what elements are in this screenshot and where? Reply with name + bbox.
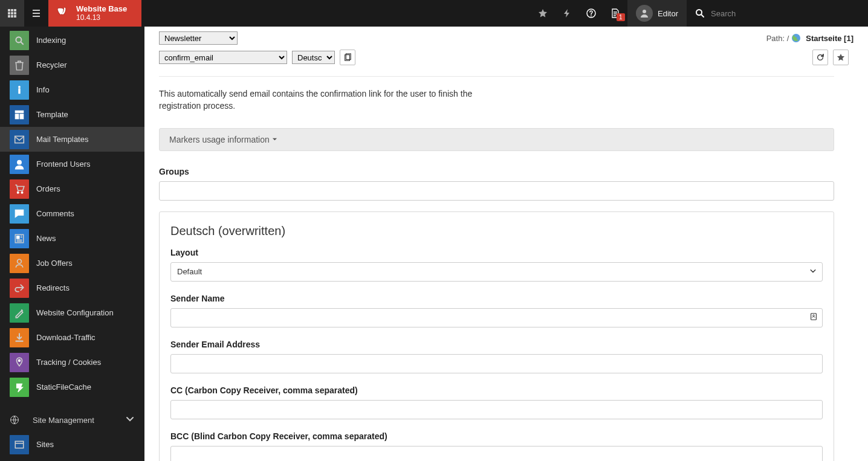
sidebar-item-label: Orders [36, 184, 60, 193]
download-icon [10, 328, 29, 347]
sidebar-item-label: Template [36, 110, 68, 119]
user-menu[interactable]: Editor [627, 0, 687, 27]
caret-down-icon [272, 137, 277, 142]
chat-icon [10, 204, 29, 224]
cart-icon [10, 179, 29, 199]
sidebar-item-staticfilecache[interactable]: StaticFileCache [0, 375, 144, 399]
sidebar-item-template[interactable]: Template [0, 102, 144, 127]
brand-version: 10.4.13 [76, 14, 127, 22]
news-icon [10, 229, 29, 248]
panel-title: Deutsch (overwritten) [170, 224, 823, 238]
sidebar-item-tracking-cookies[interactable]: Tracking / Cookies [0, 350, 144, 375]
globe-icon [791, 33, 801, 43]
pin-icon [10, 353, 29, 372]
sidebar-item-label: News [36, 234, 56, 243]
sidebar-item-label: Job Offers [36, 259, 73, 268]
help-button[interactable] [579, 0, 603, 27]
sidebar-item-website-configuration[interactable]: Website Configuration [0, 300, 144, 325]
sender-email-label: Sender Email Address [170, 340, 823, 349]
breadcrumb: Path: / Startseite [1] [766, 33, 853, 43]
sidebar-item-label: Mail Templates [36, 135, 88, 144]
cc-label: CC (Carbon Copy Receiver, comma separate… [170, 385, 823, 395]
sidebar-item-label: Sites [36, 440, 54, 449]
sidebar-item-label: StaticFileCache [36, 382, 91, 392]
groups-label: Groups [159, 167, 834, 176]
search-icon [695, 8, 705, 18]
chevron-down-icon [125, 414, 135, 426]
sidebar-item-download-traffic[interactable]: Download-Traffic [0, 325, 144, 350]
sidebar-item-label: Download-Traffic [36, 333, 96, 342]
notification-badge: 1 [617, 13, 625, 21]
config-icon [10, 303, 29, 323]
redirect-icon [10, 279, 29, 298]
open-docs-button[interactable]: 1 [603, 0, 627, 27]
bookmarks-button[interactable] [531, 0, 555, 27]
cache-icon [10, 378, 29, 397]
duplicate-button[interactable] [340, 50, 355, 65]
sidebar-item-label: Frontend Users [36, 160, 91, 169]
language-select[interactable]: Deutsch [292, 51, 335, 64]
sidebar-item-info[interactable]: Info [0, 77, 144, 102]
search-placeholder: Search [711, 9, 736, 18]
page-title[interactable]: Startseite [1] [806, 34, 853, 43]
modules-grid-button[interactable] [0, 0, 24, 27]
cache-flush-button[interactable] [555, 0, 579, 27]
search-field[interactable]: Search [687, 0, 868, 27]
sender-email-input[interactable] [170, 354, 823, 373]
sidebar-item-label: Website Configuration [36, 308, 114, 317]
trash-icon [10, 56, 29, 75]
sender-name-input[interactable] [170, 308, 823, 327]
sidebar-item-label: Indexing [36, 36, 66, 45]
sidebar-item-orders[interactable]: Orders [0, 176, 144, 201]
layout-label: Layout [170, 248, 823, 257]
sidebar-item-label: Comments [36, 209, 74, 218]
typo3-logo-icon [54, 6, 69, 21]
globe-icon [10, 415, 19, 425]
module-select[interactable]: Newsletter [159, 31, 238, 45]
template-select[interactable]: confirm_email [159, 51, 287, 64]
sites-icon [10, 435, 29, 454]
sidebar-item-mail-templates[interactable]: Mail Templates [0, 127, 144, 152]
user-name: Editor [658, 9, 678, 18]
groups-input[interactable] [159, 181, 834, 201]
sidebar-item-label: Tracking / Cookies [36, 358, 101, 367]
modules-list-button[interactable] [24, 0, 48, 27]
contacts-icon[interactable] [809, 312, 818, 323]
topbar: Website Base 10.4.13 1 Editor Search [0, 0, 868, 27]
sidebar-item-job-offers[interactable]: Job Offers [0, 251, 144, 276]
sidebar-item-news[interactable]: News [0, 226, 144, 251]
sidebar-group-label: Site Management [33, 416, 94, 425]
content: Newsletter Path: / Startseite [1] confir… [144, 27, 868, 461]
mail-icon [10, 130, 29, 149]
sidebar-item-sites[interactable]: Sites [0, 432, 144, 457]
user-icon [10, 155, 29, 174]
sidebar-item-comments[interactable]: Comments [0, 201, 144, 226]
bcc-label: BCC (Blind Carbon Copy Receiver, comma s… [170, 431, 823, 441]
sidebar-item-label: Redirects [36, 283, 70, 292]
sidebar: IndexingRecyclerInfoTemplateMail Templat… [0, 27, 144, 461]
refresh-button[interactable] [812, 50, 828, 65]
sender-name-label: Sender Name [170, 294, 823, 303]
language-panel: Deutsch (overwritten) Layout Default Sen… [159, 211, 834, 461]
bookmark-button[interactable] [833, 50, 849, 65]
layout-select[interactable]: Default [170, 262, 823, 282]
sidebar-group-site-management[interactable]: Site Management [0, 408, 144, 432]
template-description: This automatically send email contains t… [159, 88, 497, 112]
template-icon [10, 105, 29, 124]
avatar-icon [636, 5, 653, 22]
magnify-icon [10, 31, 29, 50]
sidebar-item-indexing[interactable]: Indexing [0, 28, 144, 53]
sidebar-item-label: Recycler [36, 60, 67, 69]
sidebar-item-redirects[interactable]: Redirects [0, 276, 144, 300]
cc-input[interactable] [170, 400, 823, 419]
bcc-input[interactable] [170, 446, 823, 461]
sidebar-item-label: Info [36, 85, 50, 94]
sidebar-item-frontend-users[interactable]: Frontend Users [0, 152, 144, 176]
brand[interactable]: Website Base 10.4.13 [48, 0, 141, 27]
person-icon [10, 254, 29, 273]
info-icon [10, 80, 29, 100]
markers-toggle[interactable]: Markers usage information [159, 128, 834, 151]
sidebar-item-recycler[interactable]: Recycler [0, 53, 144, 77]
brand-title: Website Base [76, 5, 127, 13]
